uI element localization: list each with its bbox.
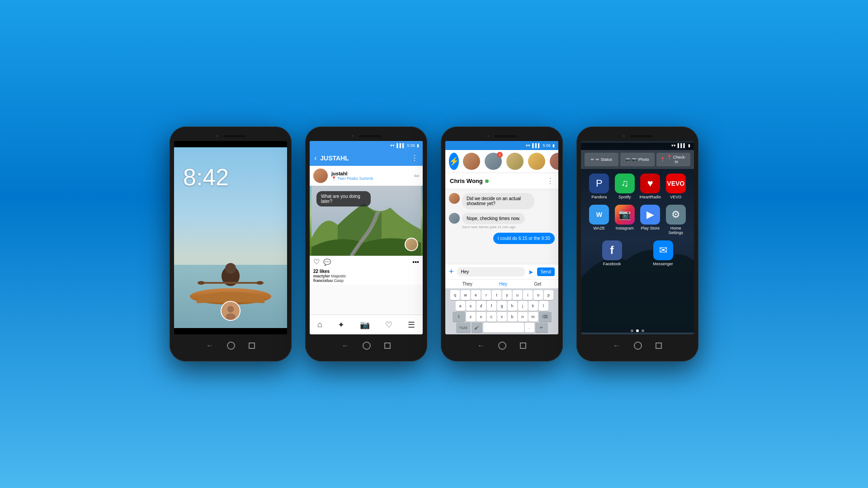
nav-home-btn-4[interactable] [634,342,642,350]
key-mic[interactable]: 🎤 [472,323,482,333]
key-w[interactable]: w [461,290,470,300]
fb-app-vevo[interactable]: VEVO VEVO [664,174,688,199]
key-k[interactable]: k [528,301,538,311]
msg-send-arrow[interactable]: ➤ [528,268,533,276]
fb-app-row-3: f Facebook ✉ Messenger [586,240,689,266]
key-backspace[interactable]: ⌫ [539,312,552,322]
key-i[interactable]: i [523,290,533,300]
insta-comment-icon[interactable]: 💬 [323,258,331,266]
insta-signal-icon: ▌▌▌ [396,143,405,148]
fb-status-btn[interactable]: ✏ ✏ Status [585,153,618,166]
msg-more-btn[interactable]: ⋮ [547,177,554,185]
msg-contact-3[interactable] [506,153,524,170]
nav-recent-btn-4[interactable] [656,343,662,349]
fb-compose-bar: ✏ ✏ Status 📷 📷 Photo 📍 📍 Check-In [581,150,694,169]
msg-contact-4[interactable] [528,153,546,170]
key-h[interactable]: h [508,301,517,311]
autocomplete-2[interactable]: Hey [499,282,507,286]
fb-dot-3[interactable] [642,329,644,332]
key-z[interactable]: z [466,312,476,322]
fb-app-messenger[interactable]: ✉ Messenger [651,240,675,266]
key-j[interactable]: j [518,301,528,311]
fb-app-settings[interactable]: ⚙ Home Settings [664,205,688,235]
fb-status-label: ✏ Status [596,157,612,162]
insta-nav-profile[interactable]: ☰ [406,318,417,332]
key-f[interactable]: f [487,301,496,311]
fb-app-waze[interactable]: W WAZE [587,205,611,235]
fb-app-pandora[interactable]: P Pandora [587,174,611,199]
key-p[interactable]: p [544,290,553,300]
msg-signal: ▌▌▌ [532,143,541,148]
msg-other-avatar [449,213,460,224]
msg-send-button[interactable]: Send [537,267,555,276]
fb-app-instagram[interactable]: 📷 Instagram [613,205,637,235]
fb-status-bar: ▾▾ ▌▌▌ ▮ [581,141,694,150]
key-c[interactable]: c [487,312,496,322]
msg-contact-5[interactable] [549,153,558,170]
key-num[interactable]: ?123 [456,323,471,333]
insta-more-btn[interactable]: ⋮ [411,154,418,162]
key-e[interactable]: e [471,290,481,300]
key-space[interactable] [483,323,524,333]
msg-battery: ▮ [552,143,555,148]
insta-nav-home[interactable]: ⌂ [315,318,325,332]
key-q[interactable]: q [450,290,460,300]
msg-contact-2[interactable]: 2 [484,153,502,170]
insta-dots-icon[interactable]: ••• [412,258,419,266]
insta-nav-camera[interactable]: 📷 [358,318,372,332]
key-t[interactable]: t [492,290,501,300]
msg-contact-1[interactable] [462,153,481,170]
nav-home-btn-2[interactable] [363,342,371,350]
insta-username: JUSTAHL [320,155,407,162]
key-shift[interactable]: ⇧ [453,312,465,322]
key-x[interactable]: x [476,312,486,322]
fb-app-iheartradio[interactable]: ♥ iHeartRadio [638,174,662,199]
nav-back-btn-4[interactable]: ← [613,342,620,350]
nav-recent-btn-3[interactable] [520,343,526,349]
key-n[interactable]: n [518,312,528,322]
fb-photo-btn[interactable]: 📷 📷 Photo [620,153,654,166]
fb-app-playstore[interactable]: ▶ Play Store [638,205,662,235]
autocomplete-3[interactable]: Get [534,282,541,286]
nav-recent-btn[interactable] [249,343,255,349]
fb-checkin-icon: 📍 [660,157,665,162]
key-s[interactable]: s [466,301,476,311]
key-y[interactable]: y [502,290,512,300]
insta-back-btn[interactable]: ‹ [314,154,316,162]
nav-recent-btn-2[interactable] [384,343,391,349]
insta-heart-icon[interactable]: ♡ [313,258,320,266]
insta-nav-explore[interactable]: ✦ [335,318,347,332]
autocomplete-1[interactable]: They [462,282,472,286]
nav-back-btn-3[interactable]: ← [477,342,485,350]
nav-back-btn-2[interactable]: ← [342,342,349,350]
key-v[interactable]: v [497,312,507,322]
key-enter[interactable]: ↵ [535,323,548,333]
nav-home-btn[interactable] [227,342,235,350]
fb-dot-1[interactable] [631,329,633,332]
msg-messenger-btn[interactable]: ⚡ [449,153,459,170]
key-period[interactable]: . [525,323,534,333]
fb-apps-grid: P Pandora ♫ Spotify ♥ iHeartRadio VEVO [581,169,694,327]
nav-home-btn-3[interactable] [498,342,506,350]
key-b[interactable]: b [508,312,517,322]
key-r[interactable]: r [481,290,491,300]
key-d[interactable]: d [476,301,486,311]
msg-attach-btn[interactable]: + [449,267,454,277]
key-o[interactable]: o [533,290,543,300]
key-u[interactable]: u [513,290,522,300]
fb-checkin-btn[interactable]: 📍 📍 Check-In [656,153,690,166]
fb-app-spotify[interactable]: ♫ Spotify [613,174,637,199]
fb-app-facebook[interactable]: f Facebook [600,240,624,266]
key-a[interactable]: a [456,301,465,311]
phone4-nav: ← [581,334,694,357]
fb-dot-2[interactable] [636,329,639,332]
speaker [223,135,246,137]
msg-text-input[interactable]: Hey [457,267,525,277]
insta-nav-heart[interactable]: ♡ [383,318,395,332]
camera-dot-3 [486,134,490,138]
key-m[interactable]: m [528,312,538,322]
key-g[interactable]: g [497,301,507,311]
key-l[interactable]: l [539,301,548,311]
msg-row-2: Nope, checking times now. Sent near Menl… [449,213,555,229]
nav-back-btn[interactable]: ← [206,342,213,350]
